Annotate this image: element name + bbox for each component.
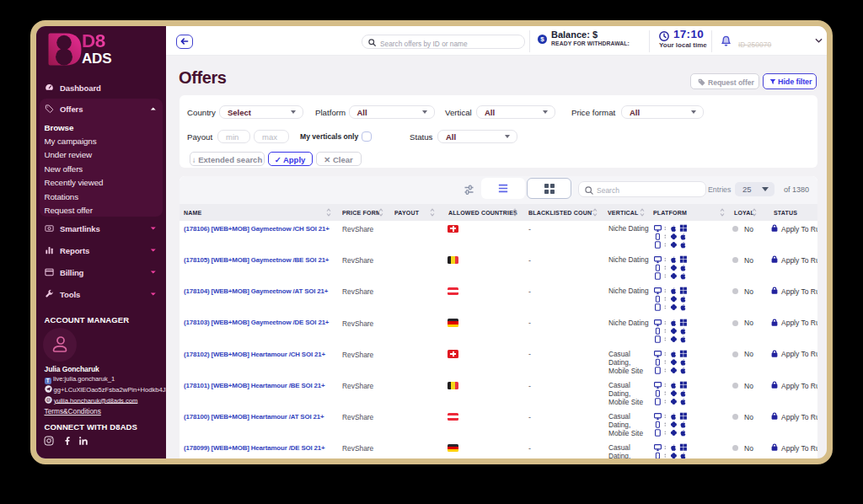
svg-text:@: @ [46,397,51,402]
